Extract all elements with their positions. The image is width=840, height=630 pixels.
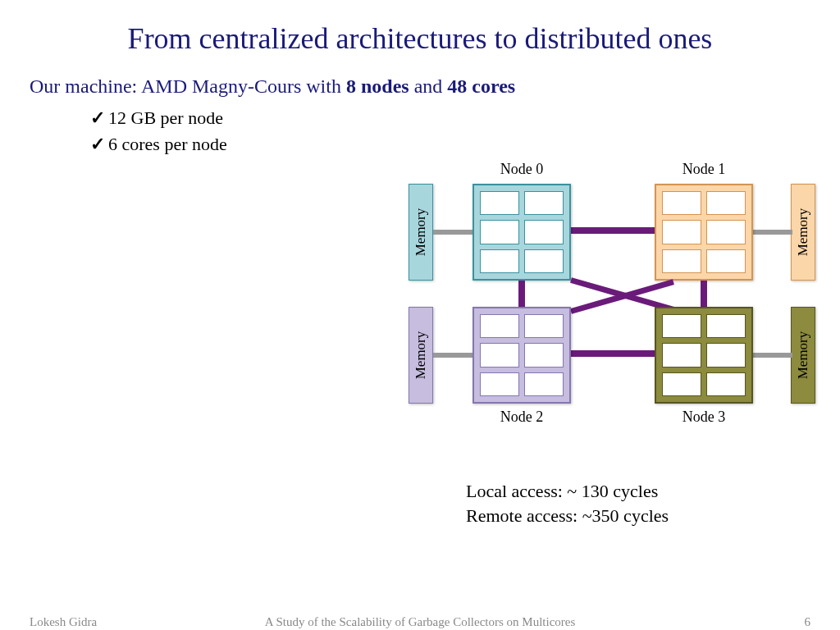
interconnect-link — [518, 281, 525, 307]
core — [524, 343, 564, 367]
memory-label: Memory — [795, 331, 811, 380]
memory-label: Memory — [413, 331, 429, 380]
memory-box: Memory — [791, 307, 815, 404]
check-icon: ✓ — [90, 134, 108, 155]
core — [706, 191, 746, 215]
core — [706, 249, 746, 273]
core — [662, 372, 701, 396]
core — [662, 220, 701, 244]
slide-title: From centralized architectures to distri… — [0, 21, 840, 56]
core — [480, 343, 519, 367]
core — [706, 343, 746, 367]
subtitle-cores: 48 cores — [447, 75, 515, 97]
bullet-text: 12 GB per node — [108, 107, 223, 128]
mem-connector — [753, 353, 792, 358]
core — [480, 372, 519, 396]
node3-box — [655, 307, 753, 404]
architecture-diagram: Node 0 Node 1 Memory Memory Memory Memor… — [409, 162, 819, 441]
core — [662, 314, 701, 338]
mem-connector — [433, 230, 472, 235]
node3-label: Node 3 — [655, 409, 753, 426]
access-cycles: Local access: ~ 130 cycles Remote access… — [466, 479, 669, 527]
node0-label: Node 0 — [472, 161, 571, 178]
core — [524, 314, 564, 338]
subtitle-prefix: Our machine: AMD Magny-Cours with — [30, 75, 346, 97]
core — [524, 249, 564, 273]
remote-access-text: Remote access: ~350 cycles — [466, 504, 669, 528]
memory-box: Memory — [791, 184, 815, 281]
core — [524, 372, 564, 396]
memory-label: Memory — [795, 208, 811, 257]
node1-label: Node 1 — [655, 161, 753, 178]
mem-connector — [433, 353, 472, 358]
core — [524, 220, 564, 244]
core — [524, 191, 564, 215]
footer-page: 6 — [805, 615, 811, 629]
core — [706, 314, 746, 338]
memory-label: Memory — [413, 208, 429, 257]
memory-box: Memory — [409, 307, 433, 404]
core — [480, 249, 519, 273]
subtitle-nodes: 8 nodes — [346, 75, 409, 97]
subtitle: Our machine: AMD Magny-Cours with 8 node… — [30, 75, 840, 98]
subtitle-and: and — [409, 75, 448, 97]
node1-box — [655, 184, 753, 281]
core — [706, 220, 746, 244]
core — [662, 343, 701, 367]
interconnect-link — [701, 281, 707, 307]
interconnect-link — [571, 227, 655, 234]
core — [480, 220, 519, 244]
bullet-text: 6 cores per node — [108, 134, 227, 154]
list-item: ✓12 GB per node — [90, 107, 840, 129]
footer-title: A Study of the Scalability of Garbage Co… — [0, 615, 840, 629]
core — [480, 314, 519, 338]
node0-box — [472, 184, 571, 281]
core — [706, 372, 746, 396]
local-access-text: Local access: ~ 130 cycles — [466, 479, 669, 504]
list-item: ✓6 cores per node — [90, 134, 840, 155]
interconnect-link — [571, 350, 655, 357]
core — [662, 249, 701, 273]
bullet-list: ✓12 GB per node ✓6 cores per node — [90, 107, 840, 155]
node2-label: Node 2 — [472, 409, 571, 426]
node2-box — [472, 307, 571, 404]
core — [480, 191, 519, 215]
core — [662, 191, 701, 215]
mem-connector — [753, 230, 792, 235]
memory-box: Memory — [409, 184, 433, 281]
check-icon: ✓ — [90, 107, 108, 129]
